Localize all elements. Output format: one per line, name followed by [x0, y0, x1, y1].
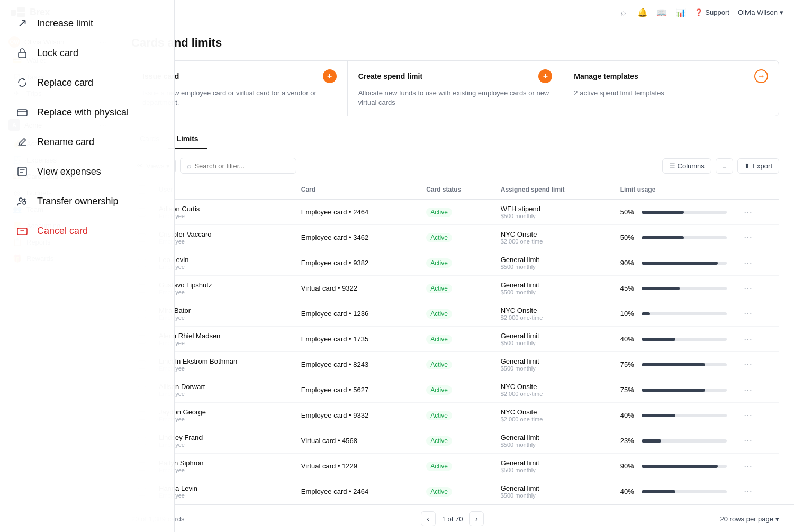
action-card-spend-limit[interactable]: Create spend limit + Allocate new funds … — [348, 61, 564, 116]
prev-page-button[interactable]: ‹ — [421, 511, 436, 526]
usage-percent: 23% — [620, 437, 637, 445]
progress-fill — [642, 389, 706, 392]
table-row: Hanna Levin Employee Employee card • 246… — [131, 479, 779, 504]
user-menu-button[interactable]: Olivia Wilson ▾ — [738, 8, 783, 16]
next-page-button[interactable]: › — [469, 511, 484, 526]
row-menu-button[interactable]: ⋯ — [739, 459, 756, 473]
user-col: Leo Levin Employee — [159, 256, 288, 270]
usage-percent: 50% — [620, 233, 637, 241]
row-limit-cell: NYC Onsite $2,000 one-time — [494, 225, 614, 250]
progress-bar — [642, 490, 727, 493]
row-status-cell: Active — [420, 479, 494, 504]
row-menu-button[interactable]: ⋯ — [739, 205, 756, 219]
export-button[interactable]: ⬆ Export — [737, 158, 779, 174]
row-menu-cell: ⋯ — [733, 479, 779, 504]
progress-bar — [642, 211, 727, 214]
row-usage-cell: 50% — [614, 225, 733, 250]
table-head: User Card Card status Assigned spend lim… — [131, 180, 779, 200]
search-box: ⌕ — [180, 158, 296, 174]
row-menu-cell: ⋯ — [733, 276, 779, 301]
chart-icon[interactable]: 📊 — [675, 7, 686, 18]
row-menu-button[interactable]: ⋯ — [739, 485, 756, 498]
context-menu-item-increase-limit[interactable]: ↗ Increase limit — [0, 25, 174, 38]
support-icon: ❓ — [694, 8, 703, 16]
usage-percent: 40% — [620, 488, 637, 495]
limit-name: General limit — [501, 256, 608, 264]
row-status-cell: Active — [420, 225, 494, 250]
user-col: Paityn Siphron Employee — [159, 459, 288, 473]
row-menu-button[interactable]: ⋯ — [739, 231, 756, 244]
context-menu-item-transfer-ownership[interactable]: Transfer ownership — [0, 186, 174, 216]
table-row: Lindsey Franci Employee Virtual card • 4… — [131, 428, 779, 454]
bell-icon[interactable]: 🔔 — [637, 7, 648, 18]
user-col: Hanna Levin Employee — [159, 484, 288, 499]
progress-bar — [642, 465, 727, 468]
manage-templates-button[interactable]: → — [754, 69, 768, 83]
table-row: Gustavo Lipshutz Employee Virtual card •… — [131, 276, 779, 301]
user-col: Jaydon George Employee — [159, 408, 288, 422]
action-card-templates[interactable]: Manage templates → 2 active spend limit … — [563, 61, 779, 116]
row-card-cell: Employee card • 9382 — [295, 250, 420, 276]
row-menu-cell: ⋯ — [733, 250, 779, 276]
limit-amount: $500 monthly — [501, 213, 608, 219]
action-card-templates-title: Manage templates — [574, 72, 638, 80]
progress-fill — [642, 287, 680, 290]
status-badge: Active — [426, 385, 452, 395]
book-icon[interactable]: 📖 — [656, 7, 667, 18]
context-menu-item-replace-card[interactable]: Replace card — [0, 68, 174, 97]
row-menu-button[interactable]: ⋯ — [739, 434, 756, 447]
row-usage-cell: 10% — [614, 301, 733, 327]
search-icon[interactable]: ⌕ — [618, 7, 629, 18]
create-spend-limit-button[interactable]: + — [538, 69, 552, 83]
table-row: Lincoln Ekstrom Bothman Employee Employe… — [131, 352, 779, 377]
columns-icon: ☰ — [669, 162, 675, 170]
columns-button[interactable]: ☰ Columns — [662, 158, 711, 174]
pagination: ‹ 1 of 70 › — [421, 511, 484, 526]
filter-button[interactable]: ≡ — [716, 158, 734, 174]
user-role: Employee — [159, 467, 288, 473]
context-menu-item-view-expenses[interactable]: View expenses — [0, 157, 174, 186]
main-content: Cards and limits Issue card + Issue a ne… — [116, 25, 794, 532]
progress-bar — [642, 439, 727, 443]
limit-amount: $500 monthly — [501, 441, 608, 448]
action-card-templates-header: Manage templates → — [574, 69, 768, 83]
table-container: User Card Card status Assigned spend lim… — [116, 180, 794, 504]
row-menu-cell: ⋯ — [733, 377, 779, 403]
row-status-cell: Active — [420, 428, 494, 454]
user-col: Adison Curtis Employee — [159, 205, 288, 219]
progress-fill — [642, 490, 675, 493]
context-menu-item-replace-physical[interactable]: Replace with physical — [0, 97, 174, 127]
cards-table: User Card Card status Assigned spend lim… — [131, 180, 779, 504]
row-menu-button[interactable]: ⋯ — [739, 282, 756, 295]
row-menu-button[interactable]: ⋯ — [739, 409, 756, 422]
increase-limit-icon: ↗ — [15, 25, 30, 31]
context-menu-item-cancel-card[interactable]: Cancel card — [0, 216, 174, 246]
status-badge: Active — [426, 233, 452, 242]
usage-col: 90% — [620, 259, 727, 267]
context-menu-item-rename-card[interactable]: Rename card — [0, 127, 174, 157]
issue-card-button[interactable]: + — [323, 69, 337, 83]
row-usage-cell: 75% — [614, 377, 733, 403]
svg-point-7 — [23, 201, 26, 204]
usage-col: 50% — [620, 233, 727, 241]
usage-percent: 40% — [620, 411, 637, 419]
user-name: Adison Curtis — [159, 205, 288, 213]
transfer-ownership-icon — [15, 194, 30, 209]
context-menu-item-lock-card[interactable]: Lock card — [0, 38, 174, 68]
search-input[interactable] — [194, 162, 290, 170]
row-menu-button[interactable]: ⋯ — [739, 332, 756, 346]
row-menu-button[interactable]: ⋯ — [739, 358, 756, 371]
progress-fill — [642, 236, 684, 239]
row-menu-button[interactable]: ⋯ — [739, 307, 756, 320]
limit-col: WFH stipend $500 monthly — [501, 205, 608, 219]
row-menu-button[interactable]: ⋯ — [739, 383, 756, 396]
progress-fill — [642, 211, 684, 214]
limit-col: NYC Onsite $2,000 one-time — [501, 230, 608, 245]
row-card-cell: Virtual card • 4568 — [295, 428, 420, 454]
row-menu-button[interactable]: ⋯ — [739, 256, 756, 269]
rows-per-page-selector[interactable]: 20 rows per page ▾ — [720, 515, 779, 523]
row-menu-cell: ⋯ — [733, 301, 779, 327]
user-col: Gustavo Lipshutz Employee — [159, 281, 288, 295]
support-button[interactable]: ❓ Support — [694, 8, 729, 16]
layout: OW Olivia Wilson ⋯ 💳 Wallet ☑ Tasks ✈ Tr… — [0, 25, 794, 532]
